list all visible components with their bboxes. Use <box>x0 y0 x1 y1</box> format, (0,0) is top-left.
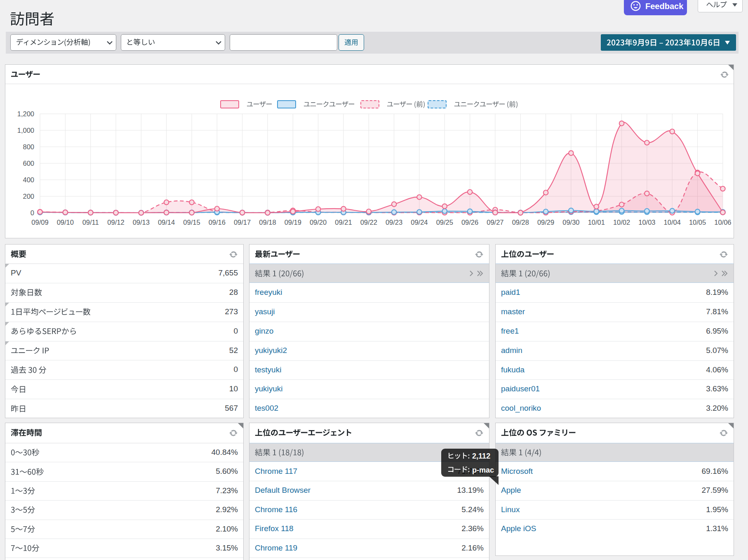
svg-text:10/06: 10/06 <box>714 219 731 226</box>
svg-text:09/09: 09/09 <box>31 219 48 226</box>
svg-text:10/02: 10/02 <box>613 219 630 226</box>
svg-text:10/04: 10/04 <box>664 219 681 226</box>
svg-text:09/22: 09/22 <box>360 219 377 226</box>
svg-text:09/17: 09/17 <box>234 219 251 226</box>
svg-text:09/25: 09/25 <box>436 219 453 226</box>
svg-text:09/10: 09/10 <box>57 219 74 226</box>
svg-text:09/19: 09/19 <box>285 219 301 226</box>
svg-text:09/24: 09/24 <box>411 219 428 226</box>
svg-text:09/13: 09/13 <box>133 219 150 226</box>
svg-text:09/28: 09/28 <box>512 219 529 226</box>
svg-text:800: 800 <box>23 143 34 151</box>
svg-text:1,200: 1,200 <box>17 110 34 118</box>
svg-text:10/01: 10/01 <box>588 219 605 226</box>
svg-text:09/12: 09/12 <box>107 219 124 226</box>
svg-text:400: 400 <box>23 176 34 184</box>
svg-text:09/30: 09/30 <box>562 219 579 226</box>
svg-text:09/29: 09/29 <box>537 219 554 226</box>
svg-text:0: 0 <box>31 209 34 216</box>
svg-text:600: 600 <box>23 160 34 167</box>
svg-text:1,000: 1,000 <box>17 127 34 134</box>
svg-text:09/15: 09/15 <box>183 219 200 226</box>
svg-text:10/05: 10/05 <box>689 219 706 226</box>
svg-text:200: 200 <box>23 193 34 200</box>
svg-text:09/20: 09/20 <box>310 219 327 226</box>
svg-text:09/11: 09/11 <box>82 219 99 226</box>
svg-text:09/26: 09/26 <box>461 219 478 226</box>
svg-text:09/21: 09/21 <box>335 219 352 226</box>
svg-text:09/16: 09/16 <box>209 219 226 226</box>
svg-text:09/18: 09/18 <box>259 219 276 226</box>
svg-text:09/14: 09/14 <box>158 219 175 226</box>
svg-text:09/23: 09/23 <box>386 219 402 226</box>
svg-text:09/27: 09/27 <box>487 219 503 226</box>
svg-text:10/03: 10/03 <box>638 219 655 226</box>
